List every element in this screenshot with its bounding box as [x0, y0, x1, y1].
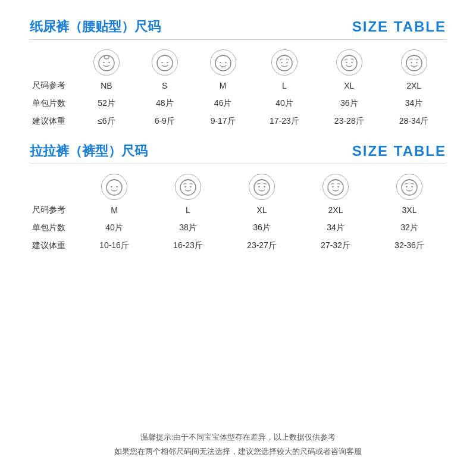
section2-size-xl: XL: [225, 201, 299, 219]
section1-icon-2xl: [381, 46, 446, 77]
section1-size-l: L: [252, 77, 317, 95]
svg-point-20: [111, 186, 112, 187]
section1-divider: [30, 39, 446, 40]
section1-count-xl: 36片: [317, 95, 381, 112]
section1-size-nb: NB: [77, 77, 136, 95]
section2-size-m: M: [77, 201, 151, 219]
baby-face2-3xl: [396, 174, 422, 200]
footer-line1: 温馨提示:由于不同宝宝体型存在差异，以上数据仅供参考: [30, 430, 446, 444]
section1-count-nb: 52片: [77, 95, 136, 112]
svg-point-26: [258, 186, 259, 187]
baby-face2-m: [101, 174, 127, 200]
section1-icon-l: [252, 46, 317, 77]
section1-icon-m: [194, 46, 252, 77]
section2-divider: [30, 164, 446, 164]
section1-weight-nb: ≤6斤: [77, 112, 136, 130]
svg-point-23: [184, 186, 186, 187]
baby-face2-l: [175, 174, 201, 200]
section2-size-2xl: 2XL: [299, 201, 372, 219]
section1-weight-s: 6-9斤: [136, 112, 194, 130]
section1-icon-nb: [77, 46, 136, 77]
section2-count-row: 单包片数 40片 38片 36片 34片 32片: [30, 219, 446, 237]
section2-count-3xl: 32片: [372, 219, 446, 237]
section2-header: 拉拉裤（裤型）尺码 SIZE TABLE: [30, 142, 446, 160]
baby-face2-2xl: [322, 174, 349, 200]
section1-size-s: S: [136, 77, 194, 95]
section1-table: 尺码参考 NB S M L XL 2XL 单包片数 52片 48片 46片 40…: [30, 46, 446, 130]
svg-point-2: [103, 62, 104, 63]
section2-icon-l: [151, 170, 225, 201]
baby-face-nb: [93, 49, 120, 76]
svg-point-30: [337, 186, 339, 187]
svg-point-7: [215, 55, 231, 71]
svg-point-24: [190, 186, 191, 187]
footer-line2: 如果您在两个相邻尺码间无法选择，建议您选择较大的尺码或者咨询客服: [30, 444, 446, 458]
section1-size-table-label: SIZE TABLE: [352, 18, 446, 35]
section2-icon-row: [30, 170, 446, 201]
section1-count-m: 46片: [194, 95, 252, 112]
section1-size-row: 尺码参考 NB S M L XL 2XL: [30, 77, 446, 95]
svg-point-18: [416, 62, 417, 63]
svg-point-31: [402, 180, 417, 195]
svg-point-9: [225, 62, 226, 63]
section2-weight-l: 16-23斤: [151, 237, 225, 255]
svg-point-11: [281, 62, 282, 63]
baby-face-2xl: [401, 49, 427, 76]
section2-count-m: 40片: [77, 219, 151, 237]
svg-point-12: [286, 62, 287, 63]
baby-face2-xl: [249, 174, 275, 200]
section2-size-3xl: 3XL: [372, 201, 446, 219]
section2-weight-3xl: 32-36斤: [372, 237, 446, 255]
svg-point-16: [406, 55, 422, 71]
section2-weight-xl: 23-27斤: [225, 237, 299, 255]
svg-point-21: [116, 186, 117, 187]
section2-size-row-label: 尺码参考: [30, 201, 77, 219]
section2-count-xl: 36片: [225, 219, 299, 237]
section1-count-row-label: 单包片数: [30, 95, 77, 112]
section2-weight-row: 建议体重 10-16斤 16-23斤 23-27斤 27-32斤 32-36斤: [30, 237, 446, 255]
section2-size-table-label: SIZE TABLE: [352, 143, 446, 159]
section2-table: 尺码参考 M L XL 2XL 3XL 单包片数 40片 38片 36片 34片…: [30, 170, 446, 255]
section2: 拉拉裤（裤型）尺码 SIZE TABLE: [30, 142, 446, 255]
page: 纸尿裤（腰贴型）尺码 SIZE TABLE: [0, 0, 476, 476]
svg-point-5: [161, 62, 162, 63]
svg-point-25: [254, 180, 270, 195]
svg-point-4: [157, 55, 173, 71]
svg-point-22: [180, 180, 196, 195]
section2-weight-m: 10-16斤: [77, 237, 151, 255]
svg-point-13: [342, 55, 357, 71]
section1-weight-row-label: 建议体重: [30, 112, 77, 130]
section1-count-row: 单包片数 52片 48片 46片 40片 36片 34片: [30, 95, 446, 112]
section1-size-m: M: [194, 77, 252, 95]
section1-title: 纸尿裤（腰贴型）尺码: [30, 18, 161, 36]
section2-count-l: 38片: [151, 219, 225, 237]
section1-icon-s: [136, 46, 194, 77]
section1: 纸尿裤（腰贴型）尺码 SIZE TABLE: [30, 18, 446, 130]
section2-icon-m: [77, 170, 151, 201]
section1-count-s: 48片: [136, 95, 194, 112]
svg-point-29: [332, 186, 333, 187]
section1-icon-xl: [317, 46, 381, 77]
section1-weight-l: 17-23斤: [252, 112, 317, 130]
section1-header: 纸尿裤（腰贴型）尺码 SIZE TABLE: [30, 18, 446, 36]
section2-icon-xl: [225, 170, 299, 201]
svg-point-28: [328, 180, 343, 195]
section1-weight-m: 9-17斤: [194, 112, 252, 130]
svg-point-15: [351, 62, 352, 63]
baby-face-s: [152, 49, 178, 76]
section2-count-row-label: 单包片数: [30, 219, 77, 237]
section2-count-2xl: 34片: [299, 219, 372, 237]
baby-face-m: [210, 49, 236, 76]
baby-face-xl: [336, 49, 362, 76]
svg-point-33: [411, 186, 412, 187]
section1-count-2xl: 34片: [381, 95, 446, 112]
section2-icon-3xl: [372, 170, 446, 201]
section1-size-xl: XL: [317, 77, 381, 95]
svg-point-1: [104, 55, 109, 59]
svg-point-8: [220, 62, 221, 63]
svg-point-3: [108, 62, 109, 63]
section1-size-row-label: 尺码参考: [30, 77, 77, 95]
section1-count-l: 40片: [252, 95, 317, 112]
svg-point-32: [406, 186, 407, 187]
svg-point-27: [264, 186, 265, 187]
